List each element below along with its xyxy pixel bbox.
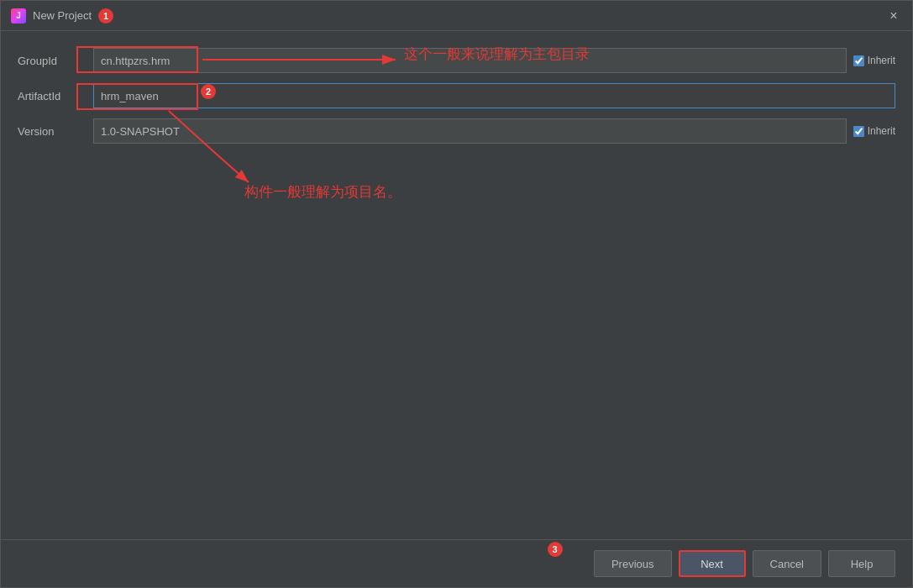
title-left: J New Project 1: [11, 8, 113, 24]
previous-button[interactable]: Previous: [594, 550, 672, 577]
close-button[interactable]: ×: [885, 8, 902, 24]
version-inherit-check: Inherit: [853, 125, 895, 137]
version-input[interactable]: [93, 118, 847, 144]
next-button[interactable]: Next: [679, 550, 746, 577]
artifactid-row: ArtifactId: [18, 83, 895, 108]
app-icon: J: [11, 8, 26, 24]
title-bar: J New Project 1 ×: [1, 1, 912, 31]
groupid-inherit-label: Inherit: [868, 55, 895, 66]
artifactid-input-wrapper: [93, 83, 895, 108]
groupid-input[interactable]: [93, 48, 847, 73]
groupid-row: GroupId Inherit: [18, 48, 895, 73]
version-row: Version Inherit: [18, 118, 895, 144]
dialog-title: New Project: [33, 9, 92, 22]
form-content: GroupId Inherit ArtifactId Version: [1, 31, 912, 539]
groupid-inherit-checkbox[interactable]: [853, 55, 864, 66]
artifactid-input[interactable]: [93, 83, 895, 108]
footer: 3 Previous Next Cancel Help: [1, 539, 912, 587]
version-input-wrapper: [93, 118, 847, 144]
badge-1: 1: [98, 8, 113, 24]
version-inherit-checkbox[interactable]: [853, 126, 864, 137]
version-label: Version: [18, 125, 93, 138]
groupid-label: GroupId: [18, 55, 93, 67]
groupid-input-wrapper: [93, 48, 847, 73]
artifactid-label: ArtifactId: [18, 90, 93, 102]
new-project-dialog: J New Project 1 × GroupId Inherit Artifa…: [0, 0, 913, 588]
badge-3: 3: [548, 542, 563, 557]
cancel-button[interactable]: Cancel: [753, 550, 821, 577]
help-button[interactable]: Help: [828, 550, 895, 577]
version-inherit-label: Inherit: [868, 125, 895, 137]
groupid-inherit-check: Inherit: [853, 55, 895, 66]
artifactid-annotation-text: 构件一般理解为项目名。: [244, 182, 401, 202]
